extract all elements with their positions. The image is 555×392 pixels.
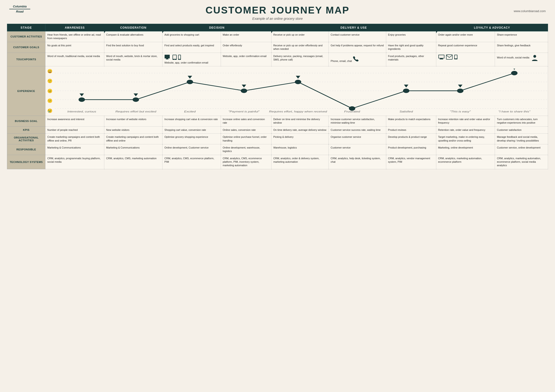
experience-content: 😄 🙂 😐 😕 😢 [45, 66, 548, 116]
desktop-icon [164, 54, 171, 60]
svg-point-16 [456, 59, 456, 59]
exp-point-awareness [79, 97, 85, 102]
bg-consideration: Increase number of website visitors [104, 116, 162, 126]
logo: Columbia Road [9, 5, 30, 13]
experience-svg-wrapper: Interested, curious Requires effort but … [55, 66, 548, 116]
bg-delivery1: Deliver on time and minimise the deliver… [271, 116, 329, 126]
responsible-label: RESPONSIBLE [7, 144, 45, 155]
resp-decision2: Online development, warehouse, logistics [221, 144, 271, 155]
ca-loyalty2: Share experience [495, 31, 548, 42]
sentiment-delivery3: Satisfied [400, 110, 413, 113]
emoji-3: 😐 [47, 88, 53, 94]
bg-decision2: Increase online sales and conversion rat… [221, 116, 271, 126]
exp-point-decision2 [241, 88, 247, 93]
sentiment-loyalty2: "I have to share this" [498, 110, 531, 113]
cg-decision2: Order effortlessly [221, 42, 271, 53]
cg-loyalty1: Repeat good customer experience [436, 42, 495, 53]
svg-point-8 [179, 59, 180, 60]
resp-awareness: Marketing & Communications [45, 144, 104, 155]
ca-delivery2: Contact customer service [329, 31, 386, 42]
tech-delivery1: CRM, analytics, order & delivery system,… [271, 155, 329, 169]
bg-loyalty1: Increase retention rate and order value … [436, 116, 495, 126]
oa-delivery1: Picking & delivery [271, 134, 329, 144]
resp-delivery1: Warehouse, logistics [271, 144, 329, 155]
svg-rect-4 [173, 55, 176, 59]
emoji-1: 😢 [47, 108, 53, 113]
organisational-activities-label: ORGANISATIONAL ACTIVITIES [7, 134, 45, 144]
sentiment-awareness: Interested, curious [67, 110, 96, 113]
tp-decision1: Website, app, order confirmation email [162, 53, 221, 66]
svg-rect-1 [166, 58, 168, 59]
customer-activities-label: CUSTOMER ACTIVITIES [7, 31, 45, 42]
customer-goals-label: CUSTOMER GOALS [7, 42, 45, 53]
business-goal-label: BUSINESS GOAL [7, 116, 45, 126]
kpis-label: KPIs [7, 126, 45, 133]
oa-consideration: Create marketing campaigns and content b… [104, 134, 162, 144]
touchpoints-label: TOUCHPOINTS [7, 53, 45, 66]
tech-awareness: CRM, analytics, programmatic buying plat… [45, 155, 104, 169]
oa-loyalty2: Manage feedback and social media, develo… [495, 134, 548, 144]
kpi-decision1: Shopping cart value, conversion rate [162, 126, 221, 133]
logo-text: Columbia Road [9, 5, 30, 13]
decision-header: DECISION [162, 24, 271, 31]
tech-consideration: CRM, analytics, CMS, marketing automatio… [104, 155, 162, 169]
exp-point-consideration [133, 97, 139, 102]
awareness-header: AWARENESS [45, 24, 104, 31]
kpi-consideration: New website visitors [104, 126, 162, 133]
tp-awareness: Word of mouth, traditional media, social… [45, 53, 104, 66]
ca-decision1: Add groceries to shopping cart [162, 31, 221, 42]
resp-consideration: Marketing & Communications [104, 144, 162, 155]
tp-delivery3: Food products, packages, other materials [386, 53, 436, 66]
exp-pin-decision1 [188, 76, 192, 79]
main-title: CUSTOMER JOURNEY MAP [7, 5, 548, 16]
kpis-row: KPIs Number of people reached New websit… [7, 126, 548, 133]
technology-systems-row: TECHNOLOGY SYSTEMS CRM, analytics, progr… [7, 155, 548, 169]
loyalty-header: LOYALTY & ADVOCACY [436, 24, 548, 31]
kpi-loyalty2: Customer satisfaction [495, 126, 548, 133]
tp-decision1-icons [164, 54, 219, 60]
emoji-4: 🙂 [47, 79, 53, 84]
cg-awareness: No goals at this point [45, 42, 104, 53]
subtitle: Example of an online grocery store [7, 17, 548, 21]
phone-small-icon [178, 54, 181, 60]
svg-rect-12 [439, 59, 443, 59]
delivery-header: DELIVERY & USE [271, 24, 436, 31]
page: Columbia Road CUSTOMER JOURNEY MAP Examp… [0, 0, 555, 392]
technology-systems-label: TECHNOLOGY SYSTEMS [7, 155, 45, 169]
kpi-delivery2: Customer service success rate, waiting t… [329, 126, 386, 133]
tech-delivery3: CRM, analytics, vendor management system… [386, 155, 436, 169]
tp-delivery1: Delivery service, packing, messages (ema… [271, 53, 329, 66]
mobile-icon [454, 54, 458, 60]
consideration-header: CONSIDERATION [104, 24, 162, 31]
customer-goals-row: CUSTOMER GOALS No goals at this point Fi… [7, 42, 548, 53]
customer-activities-row: CUSTOMER ACTIVITIES Hear from friends, s… [7, 31, 548, 42]
ca-loyalty1: Order again and/or order more [436, 31, 495, 42]
ca-decision2: Make an order [221, 31, 271, 42]
tech-loyalty2: CRM, analytics, marketing automation, ec… [495, 155, 548, 169]
cg-decision1: Find and select products easily, get ins… [162, 42, 221, 53]
ca-delivery1: Receive or pick up on order [271, 31, 329, 42]
ca-consideration: Compare & evaluate alternatives [104, 31, 162, 42]
kpi-delivery1: On time delivery rate, average delivery … [271, 126, 329, 133]
journey-map-table: STAGE AWARENESS CONSIDERATION DECISION D… [7, 24, 548, 169]
sentiment-consideration: Requires effort but excited [116, 110, 156, 113]
tp-decision2: Website, app, order confirmation email [221, 53, 271, 66]
svg-rect-10 [439, 55, 444, 58]
exp-pin-awareness [80, 93, 84, 96]
experience-graph: Interested, curious Requires effort but … [55, 69, 548, 113]
tech-decision1: CRM, analytics, CMS, ecommerce platform,… [162, 155, 221, 169]
exp-pin-loyalty2 [512, 69, 517, 70]
exp-point-loyalty2 [511, 71, 518, 75]
email-icon [446, 54, 453, 60]
business-goal-row: BUSINESS GOAL Increase awareness and int… [7, 116, 548, 126]
page-header: Columbia Road CUSTOMER JOURNEY MAP Examp… [7, 5, 548, 21]
phone-icon [353, 55, 359, 62]
kpi-loyalty1: Retention rate, order value and frequenc… [436, 126, 495, 133]
exp-pin-consideration [134, 93, 138, 96]
resp-delivery2: Customer service [329, 144, 386, 155]
emoji-2: 😕 [47, 98, 53, 103]
resp-delivery3: Product development, purchasing [386, 144, 436, 155]
header-row-groups: STAGE AWARENESS CONSIDERATION DECISION D… [7, 24, 548, 31]
ca-awareness: Hear from friends, see offline or online… [45, 31, 104, 42]
organisational-activities-row: ORGANISATIONAL ACTIVITIES Create marketi… [7, 134, 548, 144]
